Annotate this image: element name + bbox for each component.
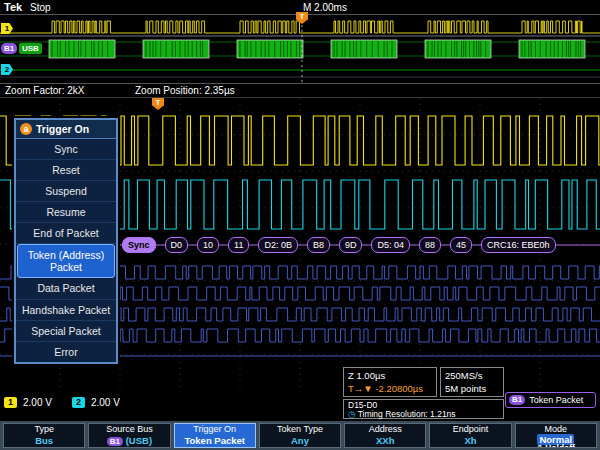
menu-button-endpoint[interactable]: Endpoint Xh [429,423,511,448]
timebase-readout: M 2.00ms [303,2,347,13]
bus-packet[interactable]: D5: 04 [371,237,410,253]
menu-title: a Trigger On [16,120,116,139]
bus-packet-crc[interactable]: CRC16: EBE0h [481,237,556,253]
menu-item-sync[interactable]: Sync [16,139,116,160]
menu-item-handshake-packet[interactable]: Handshake Packet [16,300,116,321]
b1-badge: B1 [509,395,525,405]
menu-item-token-address-packet[interactable]: Token (Address) Packet [17,244,115,278]
sample-rate-readout: 250MS/s [445,369,499,382]
tek-logo: Tek [4,1,22,13]
overview-window: 1 B1 USB 2 [0,14,600,84]
multipurpose-knob-a-icon: a [20,123,32,135]
bus-packet[interactable]: D2: 0B [258,237,298,253]
trigger-delay-readout: -2.20800µs [375,383,423,394]
bus-trigger-label: Token Packet [529,395,583,405]
ch1-scale-readout: 2.00 V [23,397,52,408]
menu-item-reset[interactable]: Reset [16,160,116,181]
b1-badge: B1 [107,437,123,446]
bus-packet[interactable]: 11 [228,237,249,253]
digital-readout-box: D15-D0 ◷ Timing Resolution: 1.21ns [343,399,504,419]
bottom-menu-bar: Type Bus Source Bus B1 (USB) Trigger On … [0,421,600,450]
menu-button-address[interactable]: Address XXh [344,423,426,448]
record-length-readout: 5M points [445,382,499,395]
trigger-on-menu: a Trigger On Sync Reset Suspend Resume E… [14,118,118,364]
bus-trigger-badge: B1 Token Packet [505,392,596,408]
ch2-scale-readout: 2.00 V [91,397,120,408]
menu-button-token-type[interactable]: Token Type Any [259,423,341,448]
menu-button-type[interactable]: Type Bus [3,423,85,448]
menu-item-error[interactable]: Error [16,342,116,362]
zoom-info-bar: Zoom Factor: 2kX Zoom Position: 2.35µs [0,85,600,98]
usb-bus-label: USB [19,43,42,54]
bus-decode-results: Sync D0 10 11 D2: 0B B8 9D D5: 04 88 45 … [122,237,556,253]
timing-resolution-readout: Timing Resolution: 1.21ns [358,409,456,419]
overview-waveforms [0,15,600,83]
menu-item-resume[interactable]: Resume [16,202,116,223]
bus-packet[interactable]: 10 [197,237,219,253]
bus-b1-marker[interactable]: B1 [1,43,17,54]
acquisition-status: Stop [30,2,51,13]
zoom-factor-readout: Zoom Factor: 2kX [5,85,84,96]
bus-packet-sync[interactable]: Sync [122,237,156,253]
channel-readouts: 1 2.00 V 2 2.00 V [4,397,120,408]
menu-item-end-of-packet[interactable]: End of Packet [16,223,116,244]
bus-packet[interactable]: 88 [419,237,441,253]
menu-button-source-bus[interactable]: Source Bus B1 (USB) [88,423,170,448]
bus-packet[interactable]: B8 [307,237,330,253]
menu-button-mode[interactable]: Mode Normal & Holdoff [515,423,597,448]
clock-icon: ◷ [348,409,355,419]
acquisition-readout-box: 250MS/s 5M points [440,367,504,397]
zoom-scale-readout-box: Z 1.00µs T→▼ -2.20800µs [343,367,437,397]
ch1-badge[interactable]: 1 [4,397,17,408]
menu-item-special-packet[interactable]: Special Packet [16,321,116,342]
menu-item-data-packet[interactable]: Data Packet [16,278,116,299]
bus-packet[interactable]: 9D [339,237,363,253]
menu-button-trigger-on[interactable]: Trigger On Token Packet [174,423,256,448]
zoom-position-readout: Zoom Position: 2.35µs [135,85,235,96]
trigger-delay-icon: T→▼ [348,383,373,394]
oscilloscope-screen: Tek Stop M 2.00ms T 1 B1 USB 2 Zoom Fact… [0,0,600,450]
ch2-badge[interactable]: 2 [72,397,85,408]
bus-packet[interactable]: 45 [450,237,472,253]
bus-packet[interactable]: D0 [165,237,189,253]
zoom-scale-readout: Z 1.00µs [348,369,432,382]
menu-title-label: Trigger On [36,123,89,135]
menu-item-suspend[interactable]: Suspend [16,181,116,202]
